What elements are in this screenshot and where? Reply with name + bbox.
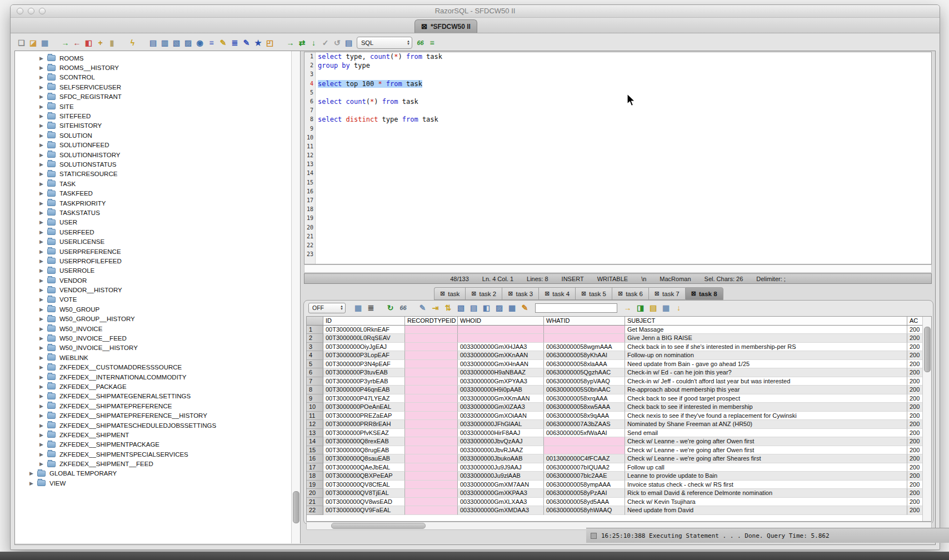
cell-id[interactable]: 00T3000000L0RqSEAV xyxy=(323,334,405,343)
cell-ac[interactable]: 200 xyxy=(907,446,923,455)
cell-rtid[interactable] xyxy=(405,368,458,377)
cell-subject[interactable]: Leanne to provide update to Bain xyxy=(625,472,907,481)
log-icon[interactable]: ▤ xyxy=(343,37,354,48)
cell-subject[interactable]: Check w/ Leanne - we're going after Owen… xyxy=(625,437,907,446)
export-results-icon[interactable]: ◨ xyxy=(635,302,646,314)
cell-ac[interactable]: 200 xyxy=(907,498,923,507)
disclosure-triangle-icon[interactable]: ▶ xyxy=(39,229,47,235)
tree-scrollbar-thumb[interactable] xyxy=(293,491,299,523)
cell-id[interactable]: 00T3000000Q8rexEAB xyxy=(323,437,405,446)
edit-hand-icon[interactable]: ✎ xyxy=(217,37,229,48)
disclosure-triangle-icon[interactable]: ▶ xyxy=(39,307,47,312)
cell-whoid[interactable]: 0033000000GmXM7AAN xyxy=(458,481,544,489)
cell-rtid[interactable] xyxy=(405,394,458,403)
tree-item[interactable]: ▶TASK xyxy=(15,179,300,188)
cell-whatid[interactable] xyxy=(544,446,625,455)
table-row[interactable]: 1000T3000000POeAnEAL0033000000GmXIZAA300… xyxy=(307,403,923,412)
statement-type-select[interactable]: SQL▲▼ xyxy=(357,37,412,49)
cell-rtid[interactable] xyxy=(405,463,458,472)
cell-whoid[interactable]: 0033000000JbukoAAB xyxy=(458,454,544,463)
commit-icon[interactable]: ✓ xyxy=(319,37,331,48)
results-list-icon[interactable]: ≡ xyxy=(206,37,217,48)
tree-scrollbar[interactable] xyxy=(291,51,300,543)
close-window-icon[interactable] xyxy=(17,8,23,14)
disclosure-triangle-icon[interactable]: ▶ xyxy=(39,316,47,322)
cell-whatid[interactable]: 00630000007bIQUAA2 xyxy=(544,463,625,472)
table-row[interactable]: 400T3000000P3LopEAF0033000000GmXKnAAN006… xyxy=(307,351,923,360)
disclosure-triangle-icon[interactable]: ▶ xyxy=(39,278,47,283)
document-tab[interactable]: ⊠ *SFDCW50 II xyxy=(414,19,477,33)
disclosure-triangle-icon[interactable]: ▶ xyxy=(39,423,47,428)
tree-item[interactable]: ▶WEBLINK xyxy=(15,353,300,362)
cell-whatid[interactable]: 006300000058yd5AAA xyxy=(544,498,625,507)
tree-item[interactable]: ▶USERROLE xyxy=(15,266,300,276)
database-icon[interactable]: ▮ xyxy=(106,37,118,48)
cell-whatid[interactable]: 006300000058x9qAAA xyxy=(544,412,625,421)
cell-id[interactable]: 00T3000000PfvKSEAZ xyxy=(323,429,405,438)
reload-query-icon[interactable]: ▧ xyxy=(171,37,182,48)
copy-table-icon[interactable]: ▦ xyxy=(506,302,518,314)
cell-id[interactable]: 00T3000000PRR8rEAH xyxy=(323,420,405,429)
column-header-RECORDTYPEID[interactable]: RECORDTYPEID xyxy=(405,317,458,326)
cell-rtid[interactable] xyxy=(405,377,458,386)
cell-id[interactable]: 00T3000000POeAnEAL xyxy=(323,403,405,412)
result-tab-task-4[interactable]: ⊠task 4 xyxy=(538,287,575,300)
disclosure-triangle-icon[interactable]: ▶ xyxy=(39,374,47,380)
close-tab-icon[interactable]: ⊠ xyxy=(691,290,696,297)
cell-whatid[interactable]: 006300000058yhWAAQ xyxy=(544,506,625,515)
cell-subject[interactable]: Rick to email David & reference Delmonte… xyxy=(625,489,907,498)
disclosure-triangle-icon[interactable]: ▶ xyxy=(39,403,47,409)
tree-item[interactable]: ▶TASKPRIORITY xyxy=(15,198,300,208)
tree-item[interactable]: ▶W50_INVOICE xyxy=(15,324,300,333)
disclosure-triangle-icon[interactable]: ▶ xyxy=(39,297,47,302)
close-tab-icon[interactable]: ⊠ xyxy=(471,290,476,297)
cell-whoid[interactable]: 0033000000GmXLXAA3 xyxy=(458,498,544,507)
cell-whatid[interactable] xyxy=(544,334,625,343)
disclosure-triangle-icon[interactable]: ▶ xyxy=(39,345,47,351)
title-bar[interactable]: RazorSQL - SFDCW50 II xyxy=(11,5,940,18)
cell-rtid[interactable] xyxy=(405,472,458,481)
table-row[interactable]: 700T3000000P3yrbEAB0033000000GmXPYAA3006… xyxy=(307,377,923,386)
cell-whoid[interactable]: 0033000000JFhGlAAL xyxy=(458,420,544,429)
disclosure-triangle-icon[interactable]: ▶ xyxy=(39,384,47,389)
table-row[interactable]: 800T3000000P46qnEAB0033000000H9i0pAAB006… xyxy=(307,386,923,394)
disclosure-triangle-icon[interactable]: ▶ xyxy=(39,355,47,361)
disclosure-triangle-icon[interactable]: ▶ xyxy=(29,481,37,486)
cell-whatid[interactable]: 0013000000C4fFCAAZ xyxy=(544,454,625,463)
result-tab-task-5[interactable]: ⊠task 5 xyxy=(575,287,612,300)
minimize-window-icon[interactable] xyxy=(28,8,34,14)
tree-item[interactable]: ▶TASKSTATUS xyxy=(15,208,300,217)
tree-item[interactable]: ▶VENDOR xyxy=(15,276,300,285)
cell-subject[interactable]: Invoice status check - check w/ RS first xyxy=(625,481,907,489)
cell-whatid[interactable]: 006300000058yKhAAI xyxy=(544,351,625,360)
sql-editor[interactable]: 1234567891011121314151617181920212223 se… xyxy=(304,52,932,264)
cell-id[interactable]: 00T3000000P46qnEAB xyxy=(323,386,405,394)
cell-ac[interactable]: 200 xyxy=(907,463,923,472)
tree-item[interactable]: ▶ZKFEDEX__PACKAGE xyxy=(15,382,300,391)
cell-whoid[interactable]: 0033000000JbvQzAAJ xyxy=(458,437,544,446)
cell-rtid[interactable] xyxy=(405,334,458,343)
cell-subject[interactable]: Check-in w/ Jeff - couldn't afford last … xyxy=(625,377,907,386)
cell-ac[interactable]: 200 xyxy=(907,334,923,343)
cell-id[interactable]: 00T3000000P3yrbEAB xyxy=(323,377,405,386)
cell-id[interactable]: 00T3000000P3N4pEAF xyxy=(323,360,405,369)
cell-whoid[interactable]: 0033000000JbvRJAAZ xyxy=(458,446,544,455)
navigator-icon[interactable]: ◉ xyxy=(194,37,206,48)
view-results-icon[interactable]: 66 xyxy=(414,37,426,48)
close-tab-icon[interactable]: ⊠ xyxy=(545,290,550,297)
cell-subject[interactable]: Give Jenn a BIG RAISE xyxy=(625,334,907,343)
describe-table-icon[interactable]: ▤ xyxy=(147,37,159,48)
cell-whatid[interactable] xyxy=(544,326,625,334)
close-tab-icon[interactable]: ⊠ xyxy=(508,290,513,297)
cell-subject[interactable]: Nominated by Shane Freeman at ANZ (HR50) xyxy=(625,420,907,429)
cell-whoid[interactable]: 0033000000GmXKmAAN xyxy=(458,394,544,403)
disclosure-triangle-icon[interactable]: ▶ xyxy=(39,123,47,128)
disclosure-triangle-icon[interactable]: ▶ xyxy=(39,162,47,167)
disclosure-triangle-icon[interactable]: ▶ xyxy=(39,94,47,99)
cell-subject[interactable]: Check w/ Leanne - we're going after Owen… xyxy=(625,446,907,455)
cell-ac[interactable]: 200 xyxy=(907,420,923,429)
cell-rtid[interactable] xyxy=(405,498,458,507)
cell-rtid[interactable] xyxy=(405,481,458,489)
tree-item[interactable]: ▶ZKFEDEX__SHIPMENTPACKAGE xyxy=(15,440,300,449)
max-rows-select[interactable]: OFF▲▼ xyxy=(308,303,346,313)
